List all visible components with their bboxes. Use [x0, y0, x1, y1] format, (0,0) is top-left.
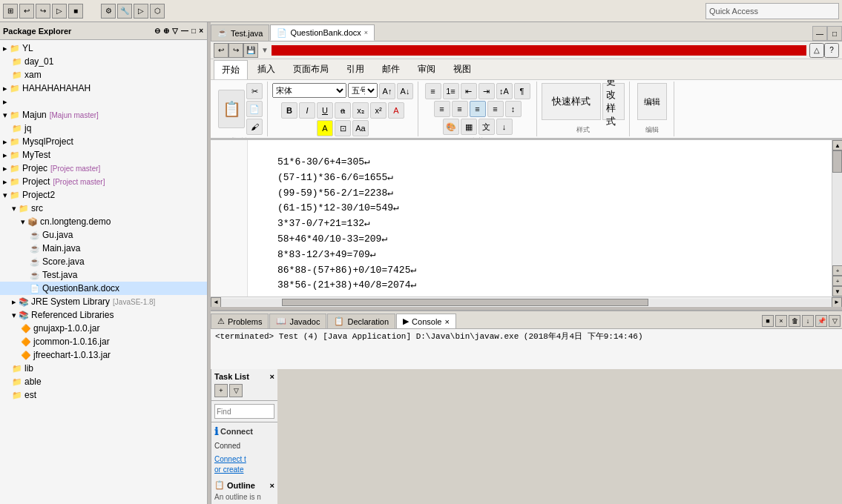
menu-icon[interactable]: ▽ — [171, 26, 179, 36]
maximize-editor-btn[interactable]: □ — [827, 26, 842, 41]
toolbar-btn-6[interactable]: ⚙ — [101, 4, 116, 19]
tab-test-java[interactable]: ☕ Test.java — [211, 24, 269, 41]
toolbar-btn-2[interactable]: ↩ — [19, 4, 34, 19]
tree-item-mytest[interactable]: ▸ 📁 MyTest — [0, 148, 207, 162]
tree-item-est[interactable]: 📁 est — [0, 388, 207, 402]
console-pin-btn[interactable]: 📌 — [815, 315, 827, 327]
hscroll-left-btn[interactable]: ◄ — [211, 297, 221, 308]
font-name-select[interactable]: 宋体 — [272, 83, 346, 98]
scroll-down-btn[interactable]: ▼ — [832, 286, 842, 296]
connect-link[interactable]: Connect t — [214, 455, 246, 463]
copy-btn[interactable]: 📄 — [246, 101, 263, 117]
indent-inc-btn[interactable]: ⇥ — [478, 83, 495, 99]
outline-close[interactable]: × — [270, 481, 274, 490]
editor-hscrollbar[interactable]: ◄ ► — [211, 296, 842, 307]
scroll-up-btn[interactable]: ▲ — [832, 140, 842, 150]
task-list-close[interactable]: × — [270, 372, 274, 381]
bottom-tab-console[interactable]: ▶ Console × — [396, 314, 456, 328]
undo-btn[interactable]: ↩ — [214, 43, 228, 58]
font-size-select[interactable]: 五号 — [348, 83, 378, 98]
highlight-btn[interactable]: A — [317, 120, 333, 136]
italic-btn[interactable]: I — [299, 102, 315, 119]
tree-item-project[interactable]: ▸ 📁 Project [Project master] — [0, 175, 207, 188]
console-close-btn[interactable]: × — [444, 317, 449, 326]
subscript-btn[interactable]: x₂ — [352, 102, 369, 119]
console-terminate-btn[interactable]: ■ — [762, 315, 774, 327]
sort-btn[interactable]: ↕A — [496, 83, 513, 99]
expand-icon[interactable]: ⊕ — [162, 26, 170, 36]
toolbar-btn-4[interactable]: ▷ — [52, 4, 67, 19]
strikethrough-btn[interactable]: a — [335, 102, 351, 119]
align-center-btn[interactable]: ≡ — [452, 101, 468, 117]
chinese-btn[interactable]: 文 — [478, 119, 495, 135]
underline-btn[interactable]: U — [317, 102, 333, 119]
toolbar-btn-7[interactable]: 🔧 — [117, 4, 132, 19]
paste-btn[interactable]: 📋 — [218, 90, 245, 128]
tree-item-mysql[interactable]: ▸ 📁 MysqlProject — [0, 135, 207, 148]
tree-item-gnujaxp[interactable]: 🔶 gnujaxp-1.0.0.jar — [0, 322, 207, 335]
tree-item-able[interactable]: 📁 able — [0, 375, 207, 388]
tree-item-questionbank[interactable]: 📄 QuestionBank.docx — [0, 282, 207, 295]
fontcolor-btn[interactable]: A — [388, 102, 404, 119]
editor-scrollbar-v[interactable]: ▲ + + ▼ — [832, 140, 842, 296]
tree-item-scorejava[interactable]: ☕ Score.java — [0, 255, 207, 268]
para-down-btn[interactable]: ↓ — [496, 119, 513, 135]
hscroll-thumb[interactable] — [282, 299, 648, 306]
ribbon-tab-view[interactable]: 视图 — [445, 59, 479, 79]
ribbon-tab-references[interactable]: 引用 — [338, 59, 372, 79]
tree-item-xam[interactable]: 📁 xam — [0, 68, 207, 82]
tree-item-demo[interactable]: ▾ 📦 cn.longteng.demo — [0, 215, 207, 228]
console-clear-btn[interactable]: 🗑 — [789, 315, 800, 327]
collapse-icon[interactable]: ⊖ — [154, 26, 161, 36]
console-menu-btn[interactable]: ▽ — [829, 315, 841, 327]
editor-content[interactable]: 51*6-30/6+4=305↵ (57-11)*36-6/6=1655↵ (9… — [248, 140, 832, 296]
scroll-thumb[interactable] — [832, 150, 842, 173]
tree-item-jcommon[interactable]: 🔶 jcommon-1.0.16.jar — [0, 335, 207, 348]
tree-item-majun[interactable]: ▾ 📁 Majun [Majun master] — [0, 108, 207, 122]
bullet-list-btn[interactable]: ≡ — [425, 83, 441, 99]
indent-dec-btn[interactable]: ⇤ — [461, 83, 477, 99]
ribbon-tab-start[interactable]: 开始 — [214, 60, 248, 79]
border-btn[interactable]: ▦ — [461, 119, 477, 135]
linespacing-btn[interactable]: ↕ — [505, 101, 522, 117]
task-add-btn[interactable]: + — [214, 384, 228, 397]
align-right-btn[interactable]: ≡ — [470, 101, 486, 117]
scroll-down-extra2[interactable]: + — [832, 276, 842, 286]
scroll-track[interactable] — [832, 150, 842, 265]
shading-btn[interactable]: ⊡ — [335, 120, 351, 136]
toolbar-btn-9[interactable]: ⬡ — [150, 4, 165, 19]
superscript-btn[interactable]: x² — [370, 102, 387, 119]
tree-item-project2[interactable]: ▾ 📁 Project2 — [0, 188, 207, 202]
tree-item-gujava[interactable]: ☕ Gu.java — [0, 228, 207, 242]
tree-item-haha[interactable]: ▸ 📁 HAHAHAHAHAH — [0, 82, 207, 95]
toolbar-btn-3[interactable]: ↪ — [36, 4, 50, 19]
show-para-btn[interactable]: ¶ — [514, 83, 530, 99]
toolbar-btn-1[interactable]: ⊞ — [3, 4, 18, 19]
tab-close-questionbank[interactable]: × — [364, 29, 368, 36]
ribbon-tab-insert[interactable]: 插入 — [249, 59, 283, 79]
ribbon-collapse-btn[interactable]: △ — [809, 43, 824, 58]
fontsize-btn2[interactable]: Aa — [352, 120, 369, 136]
shading2-btn[interactable]: 🎨 — [443, 119, 459, 135]
tab-questionbank[interactable]: 📄 QuestionBank.docx × — [270, 24, 375, 41]
console-remove-btn[interactable]: × — [775, 315, 787, 327]
find-input[interactable] — [214, 404, 274, 419]
save-btn[interactable]: 💾 — [243, 43, 258, 58]
tree-item-jq[interactable]: 📁 jq — [0, 122, 207, 135]
align-left-btn[interactable]: ≡ — [434, 101, 450, 117]
tree-item-arrow[interactable]: ▸ — [0, 95, 207, 108]
toolbar-btn-8[interactable]: ▷ — [134, 4, 148, 19]
tree-item-jfreechart[interactable]: 🔶 jfreechart-1.0.13.jar — [0, 348, 207, 362]
scroll-down-extra1[interactable]: + — [832, 265, 842, 276]
ribbon-tab-review[interactable]: 审阅 — [410, 59, 444, 79]
hscroll-right-btn[interactable]: ► — [832, 297, 842, 308]
maximize-icon[interactable]: □ — [191, 26, 197, 36]
tree-item-jre[interactable]: ▸ 📚 JRE System Library [JavaSE-1.8] — [0, 295, 207, 308]
cut-btn[interactable]: ✂ — [246, 83, 263, 99]
tree-item-src[interactable]: ▾ 📁 src — [0, 202, 207, 215]
ribbon-tab-layout[interactable]: 页面布局 — [285, 59, 337, 79]
bold-btn[interactable]: B — [281, 102, 297, 119]
tree-item-testjava[interactable]: ☕ Test.java — [0, 268, 207, 282]
minimize-icon[interactable]: — — [180, 26, 189, 36]
font-shrink-btn[interactable]: A↓ — [397, 83, 413, 99]
